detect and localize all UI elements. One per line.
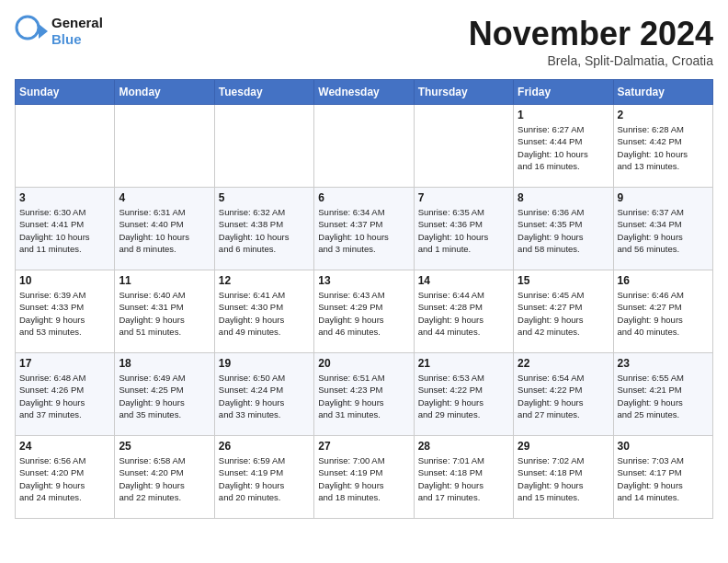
- calendar-cell: 17Sunrise: 6:48 AM Sunset: 4:26 PM Dayli…: [16, 353, 115, 436]
- day-info: Sunrise: 6:53 AM Sunset: 4:22 PM Dayligh…: [418, 372, 509, 420]
- day-info: Sunrise: 6:54 AM Sunset: 4:22 PM Dayligh…: [518, 372, 609, 420]
- calendar-cell: 23Sunrise: 6:55 AM Sunset: 4:21 PM Dayli…: [613, 353, 712, 436]
- column-header-saturday: Saturday: [613, 80, 712, 105]
- column-header-sunday: Sunday: [16, 80, 115, 105]
- day-info: Sunrise: 7:00 AM Sunset: 4:19 PM Dayligh…: [318, 454, 409, 503]
- calendar-cell: 13Sunrise: 6:43 AM Sunset: 4:29 PM Dayli…: [314, 270, 414, 353]
- day-number: 26: [219, 440, 310, 453]
- day-info: Sunrise: 7:02 AM Sunset: 4:18 PM Dayligh…: [518, 454, 609, 503]
- day-info: Sunrise: 6:59 AM Sunset: 4:19 PM Dayligh…: [219, 454, 310, 503]
- calendar-cell: [214, 105, 313, 188]
- column-header-monday: Monday: [115, 80, 214, 105]
- day-number: 29: [518, 440, 609, 453]
- day-number: 18: [119, 357, 210, 370]
- column-header-tuesday: Tuesday: [214, 80, 313, 105]
- calendar-cell: 28Sunrise: 7:01 AM Sunset: 4:18 PM Dayli…: [414, 436, 513, 519]
- calendar-cell: 9Sunrise: 6:37 AM Sunset: 4:34 PM Daylig…: [613, 188, 712, 270]
- calendar-cell: 21Sunrise: 6:53 AM Sunset: 4:22 PM Dayli…: [414, 353, 513, 436]
- calendar-cell: 6Sunrise: 6:34 AM Sunset: 4:37 PM Daylig…: [314, 188, 414, 270]
- calendar-header-row: SundayMondayTuesdayWednesdayThursdayFrid…: [16, 80, 713, 105]
- calendar-cell: 14Sunrise: 6:44 AM Sunset: 4:28 PM Dayli…: [414, 270, 513, 353]
- day-number: 23: [618, 357, 709, 370]
- calendar-cell: 25Sunrise: 6:58 AM Sunset: 4:20 PM Dayli…: [115, 436, 214, 519]
- day-info: Sunrise: 6:36 AM Sunset: 4:35 PM Dayligh…: [518, 206, 609, 255]
- day-number: 20: [318, 357, 409, 370]
- day-info: Sunrise: 6:40 AM Sunset: 4:31 PM Dayligh…: [119, 289, 210, 338]
- calendar-week-row: 1Sunrise: 6:27 AM Sunset: 4:44 PM Daylig…: [16, 105, 713, 188]
- calendar-cell: 4Sunrise: 6:31 AM Sunset: 4:40 PM Daylig…: [115, 188, 214, 270]
- day-number: 1: [518, 109, 609, 121]
- day-info: Sunrise: 6:43 AM Sunset: 4:29 PM Dayligh…: [318, 289, 409, 338]
- day-number: 24: [19, 440, 110, 453]
- calendar-week-row: 10Sunrise: 6:39 AM Sunset: 4:33 PM Dayli…: [16, 270, 713, 353]
- day-info: Sunrise: 6:50 AM Sunset: 4:24 PM Dayligh…: [219, 372, 310, 420]
- day-info: Sunrise: 6:55 AM Sunset: 4:21 PM Dayligh…: [618, 372, 709, 420]
- day-info: Sunrise: 6:51 AM Sunset: 4:23 PM Dayligh…: [318, 372, 409, 420]
- logo-graphic: [15, 15, 48, 48]
- day-info: Sunrise: 6:56 AM Sunset: 4:20 PM Dayligh…: [19, 454, 110, 503]
- logo-text-blue: Blue: [51, 31, 103, 48]
- day-number: 6: [318, 191, 409, 204]
- day-number: 13: [318, 274, 409, 287]
- calendar-cell: 26Sunrise: 6:59 AM Sunset: 4:19 PM Dayli…: [214, 436, 313, 519]
- day-number: 19: [219, 357, 310, 370]
- calendar-cell: 11Sunrise: 6:40 AM Sunset: 4:31 PM Dayli…: [115, 270, 214, 353]
- day-info: Sunrise: 6:31 AM Sunset: 4:40 PM Dayligh…: [119, 206, 210, 255]
- day-number: 8: [518, 191, 609, 204]
- calendar-cell: [314, 105, 414, 188]
- calendar-cell: 27Sunrise: 7:00 AM Sunset: 4:19 PM Dayli…: [314, 436, 414, 519]
- calendar-cell: 24Sunrise: 6:56 AM Sunset: 4:20 PM Dayli…: [16, 436, 115, 519]
- day-number: 3: [19, 191, 110, 204]
- day-info: Sunrise: 6:39 AM Sunset: 4:33 PM Dayligh…: [19, 289, 110, 338]
- calendar-week-row: 3Sunrise: 6:30 AM Sunset: 4:41 PM Daylig…: [16, 188, 713, 270]
- day-number: 27: [318, 440, 409, 453]
- page-header: General Blue November 2024 Brela, Split-…: [15, 15, 713, 68]
- svg-point-0: [17, 17, 39, 39]
- column-header-wednesday: Wednesday: [314, 80, 414, 105]
- calendar-table: SundayMondayTuesdayWednesdayThursdayFrid…: [15, 79, 713, 519]
- calendar-cell: 29Sunrise: 7:02 AM Sunset: 4:18 PM Dayli…: [514, 436, 613, 519]
- month-title: November 2024: [469, 15, 713, 53]
- title-block: November 2024 Brela, Split-Dalmatia, Cro…: [469, 15, 713, 68]
- day-number: 9: [618, 191, 709, 204]
- calendar-cell: 10Sunrise: 6:39 AM Sunset: 4:33 PM Dayli…: [16, 270, 115, 353]
- calendar-week-row: 17Sunrise: 6:48 AM Sunset: 4:26 PM Dayli…: [16, 353, 713, 436]
- calendar-cell: 30Sunrise: 7:03 AM Sunset: 4:17 PM Dayli…: [613, 436, 712, 519]
- day-info: Sunrise: 6:32 AM Sunset: 4:38 PM Dayligh…: [219, 206, 310, 255]
- calendar-cell: 8Sunrise: 6:36 AM Sunset: 4:35 PM Daylig…: [514, 188, 613, 270]
- calendar-cell: 2Sunrise: 6:28 AM Sunset: 4:42 PM Daylig…: [613, 105, 712, 188]
- day-number: 28: [418, 440, 509, 453]
- logo: General Blue: [15, 15, 103, 48]
- calendar-cell: 22Sunrise: 6:54 AM Sunset: 4:22 PM Dayli…: [514, 353, 613, 436]
- day-info: Sunrise: 6:58 AM Sunset: 4:20 PM Dayligh…: [119, 454, 210, 503]
- day-info: Sunrise: 6:49 AM Sunset: 4:25 PM Dayligh…: [119, 372, 210, 420]
- calendar-cell: 7Sunrise: 6:35 AM Sunset: 4:36 PM Daylig…: [414, 188, 513, 270]
- calendar-week-row: 24Sunrise: 6:56 AM Sunset: 4:20 PM Dayli…: [16, 436, 713, 519]
- day-number: 15: [518, 274, 609, 287]
- day-number: 5: [219, 191, 310, 204]
- day-info: Sunrise: 6:35 AM Sunset: 4:36 PM Dayligh…: [418, 206, 509, 255]
- day-info: Sunrise: 6:34 AM Sunset: 4:37 PM Dayligh…: [318, 206, 409, 255]
- day-number: 16: [618, 274, 709, 287]
- day-info: Sunrise: 7:03 AM Sunset: 4:17 PM Dayligh…: [618, 454, 709, 503]
- day-info: Sunrise: 7:01 AM Sunset: 4:18 PM Dayligh…: [418, 454, 509, 503]
- day-number: 22: [518, 357, 609, 370]
- svg-marker-1: [39, 24, 48, 39]
- day-info: Sunrise: 6:45 AM Sunset: 4:27 PM Dayligh…: [518, 289, 609, 338]
- day-number: 12: [219, 274, 310, 287]
- calendar-cell: 5Sunrise: 6:32 AM Sunset: 4:38 PM Daylig…: [214, 188, 313, 270]
- calendar-cell: [115, 105, 214, 188]
- day-info: Sunrise: 6:27 AM Sunset: 4:44 PM Dayligh…: [518, 123, 609, 172]
- calendar-cell: 18Sunrise: 6:49 AM Sunset: 4:25 PM Dayli…: [115, 353, 214, 436]
- day-number: 30: [618, 440, 709, 453]
- location-subtitle: Brela, Split-Dalmatia, Croatia: [469, 53, 713, 68]
- day-number: 4: [119, 191, 210, 204]
- day-info: Sunrise: 6:30 AM Sunset: 4:41 PM Dayligh…: [19, 206, 110, 255]
- day-number: 14: [418, 274, 509, 287]
- day-number: 7: [418, 191, 509, 204]
- calendar-cell: [414, 105, 513, 188]
- day-number: 2: [618, 109, 709, 121]
- calendar-cell: 3Sunrise: 6:30 AM Sunset: 4:41 PM Daylig…: [16, 188, 115, 270]
- column-header-friday: Friday: [514, 80, 613, 105]
- calendar-cell: 20Sunrise: 6:51 AM Sunset: 4:23 PM Dayli…: [314, 353, 414, 436]
